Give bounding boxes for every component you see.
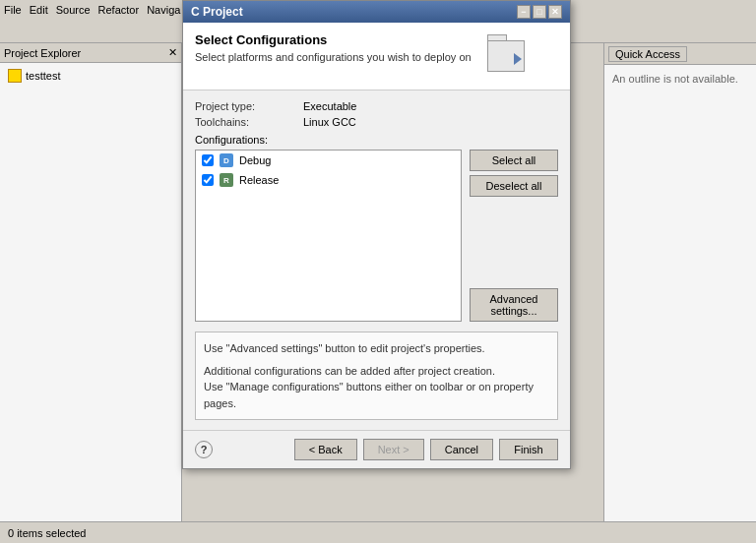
tree-item-testtest[interactable]: testtest	[4, 67, 177, 85]
outline-panel: Quick Access An outline is not available…	[603, 43, 756, 521]
folder-icon	[8, 69, 22, 83]
dialog-titlebar: C Project − □ ✕	[183, 1, 570, 23]
status-text: 0 items selected	[8, 527, 86, 539]
dialog-header: Select Configurations Select platforms a…	[183, 23, 570, 90]
quick-access-button[interactable]: Quick Access	[608, 46, 687, 62]
menu-naviga[interactable]: Naviga	[147, 4, 180, 16]
config-release-checkbox[interactable]	[202, 174, 214, 186]
dialog-maximize-button[interactable]: □	[533, 5, 546, 19]
info-line-1: Use "Advanced settings" button to edit p…	[204, 340, 549, 357]
info-line-4: Use "Manage configurations" buttons eith…	[204, 379, 549, 411]
dialog-minimize-button[interactable]: −	[517, 5, 531, 19]
dialog-title: C Project	[191, 5, 243, 19]
project-explorer-label: Project Explorer	[4, 47, 81, 59]
config-release-label: Release	[239, 174, 279, 186]
project-explorer-panel: Project Explorer ✕ testtest	[0, 43, 182, 521]
outline-area: An outline is not available.	[604, 65, 756, 92]
menu-refactor[interactable]: Refactor	[98, 4, 140, 16]
select-all-button[interactable]: Select all	[470, 150, 558, 171]
project-type-label: Project type:	[195, 100, 303, 112]
titlebar-buttons: − □ ✕	[517, 5, 562, 19]
project-type-value: Executable	[303, 100, 356, 112]
finish-button[interactable]: Finish	[499, 439, 558, 460]
dialog-footer: ? < Back Next > Cancel Finish	[183, 430, 570, 468]
config-debug-checkbox[interactable]	[202, 154, 214, 166]
dialog-body: Project type: Executable Toolchains: Lin…	[183, 90, 570, 430]
dialog-header-title: Select Configurations	[195, 32, 472, 47]
cancel-button[interactable]: Cancel	[430, 439, 493, 460]
footer-buttons: < Back Next > Cancel Finish	[294, 439, 558, 460]
debug-icon: D	[220, 153, 233, 167]
project-icon-main	[487, 40, 525, 72]
configurations-area: D Debug R Release Select all Deselect al…	[195, 150, 558, 322]
help-button[interactable]: ?	[195, 441, 213, 458]
menu-file[interactable]: File	[4, 4, 22, 16]
configurations-list: D Debug R Release	[195, 150, 462, 322]
outline-text: An outline is not available.	[612, 73, 738, 85]
advanced-settings-button[interactable]: Advanced settings...	[470, 288, 558, 322]
dialog-header-text: Select Configurations Select platforms a…	[195, 32, 472, 63]
toolchains-row: Toolchains: Linux GCC	[195, 116, 558, 128]
config-debug-label: Debug	[239, 154, 271, 166]
status-bar: 0 items selected	[0, 521, 756, 543]
deselect-all-button[interactable]: Deselect all	[470, 175, 558, 197]
config-item-release[interactable]: R Release	[196, 170, 461, 190]
dialog-header-subtitle: Select platforms and configurations you …	[195, 51, 472, 63]
c-project-dialog: C Project − □ ✕ Select Configurations Se…	[182, 0, 571, 469]
info-line-3: Additional configurations can be added a…	[204, 363, 549, 380]
config-item-debug[interactable]: D Debug	[196, 151, 461, 170]
dialog-close-button[interactable]: ✕	[548, 5, 562, 19]
project-type-row: Project type: Executable	[195, 100, 558, 112]
toolchains-value: Linux GCC	[303, 116, 356, 128]
menu-source[interactable]: Source	[56, 4, 91, 16]
project-explorer-content: testtest	[0, 63, 181, 89]
config-buttons-wrapper: Select all Deselect all Advanced setting…	[470, 150, 558, 322]
info-box: Use "Advanced settings" button to edit p…	[195, 332, 558, 420]
release-icon: R	[220, 173, 233, 187]
menu-edit[interactable]: Edit	[30, 4, 48, 16]
right-toolbar: Quick Access	[604, 43, 756, 65]
toolchains-label: Toolchains:	[195, 116, 303, 128]
project-explorer-header: Project Explorer ✕	[0, 43, 181, 63]
project-icon	[483, 32, 531, 80]
ide-background: File Edit Source Refactor Naviga Project…	[0, 0, 756, 543]
configurations-label: Configurations:	[195, 134, 558, 146]
back-button[interactable]: < Back	[294, 439, 357, 460]
tree-item-label: testtest	[26, 70, 60, 82]
project-explorer-close[interactable]: ✕	[168, 46, 177, 59]
next-button[interactable]: Next >	[363, 439, 424, 460]
project-icon-arrow	[514, 53, 522, 65]
config-top-buttons: Select all Deselect all	[470, 150, 558, 197]
